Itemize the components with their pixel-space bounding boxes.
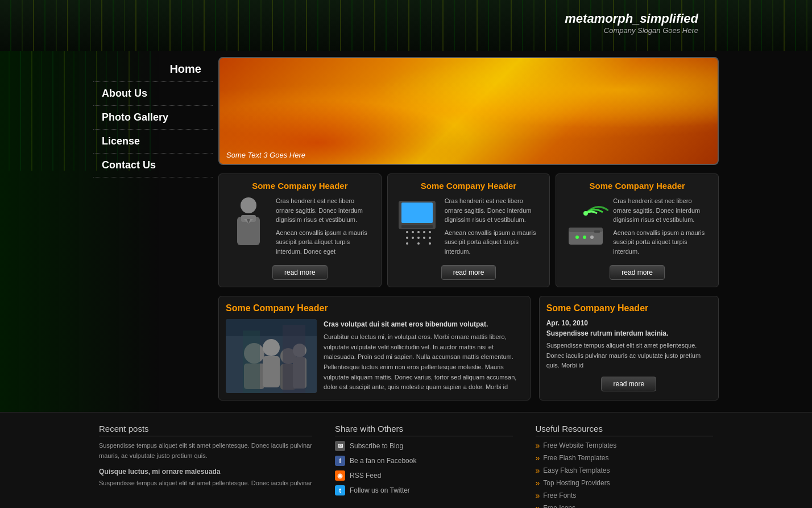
lower-left-header: Some Company Header: [226, 303, 523, 313]
arrow-icon: »: [536, 491, 540, 500]
footer-post2: Quisque luctus, mi ornare malesuada Susp…: [99, 466, 312, 489]
svg-point-26: [590, 236, 594, 239]
arrow-icon: »: [536, 503, 540, 508]
lower-section: Some Company Header: [218, 296, 719, 400]
arrow-icon: »: [536, 441, 540, 450]
card-3-body: Cras hendrerit est nec libero ornare sag…: [563, 196, 711, 259]
sidebar: Home About Us Photo Gallery License Cont…: [93, 51, 213, 412]
router-icon: [563, 196, 608, 247]
card-1-header: Some Company Header: [226, 181, 374, 191]
rss-icon: ◉: [335, 470, 345, 481]
card-2-header: Some Company Header: [395, 181, 543, 191]
resource-6[interactable]: » Free Icons: [536, 503, 714, 508]
svg-point-15: [417, 237, 420, 239]
svg-point-9: [412, 231, 414, 233]
hero-banner: Some Text 3 Goes Here: [218, 57, 719, 165]
footer-post1: Suspendisse tempus aliquet elit sit amet…: [99, 441, 312, 461]
person-icon: [226, 196, 271, 247]
footer-share: Share with Others ✉ Subscribe to Blog f …: [329, 424, 519, 508]
card-1: Some Company Header: [218, 174, 382, 287]
svg-point-19: [417, 242, 420, 245]
footer-post2-title: Quisque luctus, mi ornare malesuada: [99, 466, 312, 477]
resource-5[interactable]: » Free Fonts: [536, 491, 714, 500]
share-subscribe[interactable]: ✉ Subscribe to Blog: [335, 441, 513, 451]
card-3-readmore[interactable]: read more: [610, 265, 665, 280]
card-2-icon: [395, 196, 440, 259]
share-rss[interactable]: ◉ RSS Feed: [335, 470, 513, 481]
lower-left: Some Company Header: [218, 296, 531, 400]
card-1-text: Cras hendrerit est nec libero ornare sag…: [276, 196, 374, 259]
card-1-icon: [226, 196, 271, 259]
svg-rect-7: [401, 225, 433, 228]
card-2: Some Company Header: [387, 174, 550, 287]
svg-point-16: [423, 237, 425, 239]
site-title: metamorph_simplified Company Slogan Goes…: [565, 11, 698, 35]
footer-recent-title: Recent posts: [99, 424, 312, 436]
card-2-readmore[interactable]: read more: [441, 265, 496, 280]
svg-point-24: [575, 236, 579, 239]
people-icon: [226, 319, 317, 393]
resource-1[interactable]: » Free Website Templates: [536, 441, 714, 450]
svg-point-20: [429, 242, 431, 245]
arrow-icon: »: [536, 453, 540, 462]
svg-point-18: [406, 242, 408, 245]
cards-section: Some Company Header: [218, 174, 719, 287]
phone-icon: [395, 196, 440, 247]
svg-point-13: [406, 237, 408, 239]
svg-point-0: [241, 197, 256, 213]
card-1-body: Cras hendrerit est nec libero ornare sag…: [226, 196, 374, 259]
content: Some Text 3 Goes Here Some Company Heade…: [213, 51, 719, 412]
card-1-readmore[interactable]: read more: [272, 265, 328, 280]
footer-inner: Recent posts Suspendisse tempus aliquet …: [93, 424, 719, 508]
svg-point-11: [423, 231, 425, 233]
lower-right-text: Suspendisse tempus aliquet elit sit amet…: [546, 341, 711, 371]
footer-resources: Useful Resources » Free Website Template…: [530, 424, 719, 508]
card-3-text: Cras hendrerit est nec libero ornare sag…: [613, 196, 711, 259]
svg-rect-39: [243, 331, 260, 393]
lower-right-header: Some Company Header: [546, 303, 711, 313]
lower-right: Some Company Header Apr. 10, 2010 Suspen…: [539, 296, 719, 400]
card-2-body: Cras hendrerit est nec libero ornare sag…: [395, 196, 543, 259]
footer-resources-title: Useful Resources: [536, 424, 714, 436]
hero-text: Some Text 3 Goes Here: [226, 151, 305, 159]
svg-rect-27: [594, 230, 600, 233]
resource-2[interactable]: » Free Flash Templates: [536, 453, 714, 462]
card-3-header: Some Company Header: [563, 181, 711, 191]
hero-swirl: [219, 58, 718, 164]
footer-recent-posts: Recent posts Suspendisse tempus aliquet …: [93, 424, 318, 508]
lower-right-date: Apr. 10, 2010: [546, 319, 711, 327]
svg-point-10: [417, 231, 420, 233]
arrow-icon: »: [536, 478, 540, 488]
site-name: metamorph_simplified: [565, 11, 698, 26]
resource-4[interactable]: » Top Hosting Providers: [536, 478, 714, 488]
svg-point-17: [429, 237, 431, 239]
nav-home[interactable]: Home: [93, 57, 213, 82]
nav-about[interactable]: About Us: [93, 82, 213, 106]
card-2-text: Cras hendrerit est nec libero ornare sag…: [445, 196, 543, 259]
lower-right-readmore[interactable]: read more: [601, 377, 656, 391]
svg-point-31: [263, 339, 280, 356]
twitter-icon: t: [335, 485, 345, 495]
header: metamorph_simplified Company Slogan Goes…: [0, 0, 812, 51]
svg-rect-38: [283, 325, 305, 393]
card-3: Some Company Header: [556, 174, 719, 287]
facebook-icon: f: [335, 456, 345, 466]
site-slogan: Company Slogan Goes Here: [565, 26, 698, 35]
nav-gallery[interactable]: Photo Gallery: [93, 106, 213, 130]
svg-point-8: [406, 231, 408, 233]
svg-rect-32: [263, 356, 280, 387]
arrow-icon: »: [536, 466, 540, 475]
lower-left-image: [226, 319, 317, 393]
svg-point-21: [583, 211, 588, 216]
share-facebook[interactable]: f Be a fan on Facebook: [335, 456, 513, 466]
nav-contact[interactable]: Contact Us: [93, 154, 213, 177]
main-wrapper: Home About Us Photo Gallery License Cont…: [93, 51, 719, 412]
svg-point-25: [583, 236, 586, 239]
card-3-icon: [563, 196, 608, 259]
footer: Recent posts Suspendisse tempus aliquet …: [0, 412, 812, 508]
nav-license[interactable]: License: [93, 130, 213, 154]
resource-3[interactable]: » Easy Flash Templates: [536, 466, 714, 475]
svg-point-14: [412, 237, 414, 239]
share-twitter[interactable]: t Follow us on Twitter: [335, 485, 513, 495]
footer-share-title: Share with Others: [335, 424, 513, 436]
